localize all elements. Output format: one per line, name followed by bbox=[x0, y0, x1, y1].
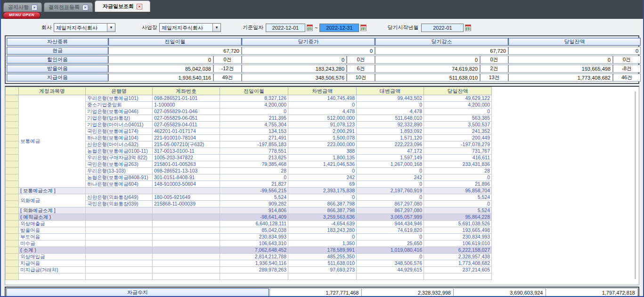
amount-cell[interactable]: 0 bbox=[357, 234, 424, 240]
tab-자금일보조회[interactable]: 자금일보조회× bbox=[95, 0, 150, 12]
account-number-cell[interactable]: 027-055829-06-051 bbox=[153, 115, 220, 122]
bank-name-cell[interactable]: 우리은행(13-103) bbox=[86, 168, 153, 174]
row-selector-cell[interactable] bbox=[6, 207, 19, 214]
tab-close-icon[interactable]: × bbox=[137, 4, 142, 9]
amount-cell[interactable]: 230,834,993 bbox=[424, 234, 492, 240]
account-label-cell[interactable]: 외상매출금 bbox=[19, 221, 86, 227]
amount-cell[interactable]: 193,665,498 bbox=[424, 227, 492, 234]
amount-cell[interactable]: 0 bbox=[357, 181, 424, 188]
amount-cell[interactable]: 731,767 bbox=[424, 148, 492, 155]
amount-cell[interactable]: 485,255,350 bbox=[288, 254, 357, 260]
amount-cell[interactable]: 1,500,078 bbox=[288, 135, 357, 141]
amount-cell[interactable]: 866,387,798 bbox=[288, 207, 357, 214]
date-from-input[interactable] bbox=[266, 24, 305, 32]
bank-name-cell[interactable] bbox=[86, 188, 153, 194]
amount-cell[interactable]: -197,078,279 bbox=[424, 141, 492, 148]
amount-cell[interactable]: 74,619,820 bbox=[357, 227, 424, 234]
bank-name-cell[interactable] bbox=[86, 260, 153, 267]
account-number-cell[interactable]: 221-910010-78104 bbox=[153, 135, 220, 141]
amount-cell[interactable]: 5,524 bbox=[424, 194, 492, 201]
tab-공지사항[interactable]: 공지사항× bbox=[3, 2, 42, 12]
bank-name-cell[interactable]: 하나은행(보통예금604) bbox=[86, 181, 153, 188]
amount-cell[interactable]: 200,449 bbox=[424, 135, 492, 141]
bank-name-cell[interactable]: 중소기업중앙회 bbox=[86, 102, 153, 108]
amount-cell[interactable]: 6,640,128,111 bbox=[220, 221, 288, 227]
amount-cell[interactable]: 867,297,080 bbox=[357, 207, 424, 214]
amount-cell[interactable]: 4,478 bbox=[357, 108, 424, 115]
vertical-scrollbar[interactable] bbox=[635, 91, 636, 279]
row-selector-cell[interactable] bbox=[6, 260, 19, 267]
row-selector-cell[interactable] bbox=[6, 214, 19, 221]
row-selector-cell[interactable] bbox=[6, 108, 19, 115]
account-number-cell[interactable]: 027-055829-04-011 bbox=[153, 122, 220, 128]
bank-name-cell[interactable]: 농협은행(보통예금0100-11) bbox=[86, 148, 153, 155]
account-number-cell[interactable]: 215868-11-000039 bbox=[153, 201, 220, 207]
account-label-cell[interactable]: 미수금 bbox=[19, 240, 86, 247]
row-selector-cell[interactable] bbox=[6, 174, 19, 181]
account-number-cell[interactable]: 098-286521-13-103 bbox=[153, 168, 220, 174]
amount-cell[interactable]: 4,200,000 bbox=[424, 102, 492, 108]
amount-cell[interactable]: 348,506,576 bbox=[357, 260, 424, 267]
row-selector-cell[interactable] bbox=[6, 135, 19, 141]
site-combo[interactable]: 제일저지주식회사 ▼ bbox=[159, 23, 221, 32]
amount-cell[interactable]: 1,800,135 bbox=[288, 155, 357, 161]
amount-cell[interactable]: 92,332,890 bbox=[357, 122, 424, 128]
amount-cell[interactable]: 2,328,957,438 bbox=[424, 254, 492, 260]
period-start-input[interactable] bbox=[421, 24, 464, 32]
account-number-cell[interactable]: 180-005-921649 bbox=[153, 194, 220, 201]
account-number-cell[interactable]: 317-0013-0100-11 bbox=[153, 148, 220, 155]
amount-cell[interactable]: 28 bbox=[424, 168, 492, 174]
row-selector-cell[interactable] bbox=[6, 168, 19, 174]
bank-name-cell[interactable]: 기업은행(마이너스04011) bbox=[86, 122, 153, 128]
bank-name-cell[interactable] bbox=[86, 254, 153, 260]
row-selector-cell[interactable] bbox=[6, 148, 19, 155]
amount-cell[interactable]: 4,755,304 bbox=[220, 122, 288, 128]
tab-close-icon[interactable]: × bbox=[82, 5, 88, 10]
amount-cell[interactable]: 2,000,291 bbox=[288, 128, 357, 135]
bank-name-cell[interactable]: 우리은행(보통예금101) bbox=[86, 95, 153, 102]
amount-cell[interactable]: 512,000,000 bbox=[288, 115, 357, 122]
amount-cell[interactable]: 69 bbox=[288, 181, 357, 188]
amount-cell[interactable]: 1,597,149 bbox=[357, 155, 424, 161]
amount-cell[interactable]: 866,387,798 bbox=[288, 201, 357, 207]
row-selector-cell[interactable] bbox=[6, 95, 19, 102]
amount-cell[interactable]: 2,393,175,838 bbox=[288, 188, 357, 194]
amount-cell[interactable]: 106,643,310 bbox=[220, 240, 288, 247]
account-number-cell[interactable]: 098-286521-01-101 bbox=[153, 95, 220, 102]
bank-name-cell[interactable]: 기업은행(보통예금046) bbox=[86, 108, 153, 115]
amount-cell[interactable]: 106,619,010 bbox=[424, 240, 492, 247]
tab-close-icon[interactable]: × bbox=[32, 5, 37, 10]
calendar-icon[interactable] bbox=[307, 25, 313, 31]
account-number-cell[interactable]: 027-055829-01-046 bbox=[153, 108, 220, 115]
account-number-cell[interactable] bbox=[153, 207, 220, 214]
row-selector-cell[interactable] bbox=[6, 194, 19, 201]
amount-cell[interactable]: -99,556,215 bbox=[220, 188, 288, 194]
menu-open-button[interactable]: MENU OPEN bbox=[3, 12, 41, 19]
amount-cell[interactable]: 388 bbox=[288, 148, 357, 155]
company-combo[interactable]: 제일저지주식회사 ▼ bbox=[54, 23, 115, 32]
amount-cell[interactable]: 3,500,537 bbox=[424, 122, 492, 128]
account-number-cell[interactable]: 462201-01-017174 bbox=[153, 128, 220, 135]
amount-cell[interactable]: -197,855,183 bbox=[220, 141, 288, 148]
bank-name-cell[interactable] bbox=[86, 267, 153, 273]
amount-cell[interactable]: 1,421,046,536 bbox=[288, 161, 357, 168]
amount-cell[interactable]: 21,896 bbox=[424, 181, 492, 188]
row-selector-cell[interactable] bbox=[6, 181, 19, 188]
amount-cell[interactable]: 7,062,648,452 bbox=[220, 247, 288, 254]
account-number-cell[interactable] bbox=[153, 240, 220, 247]
amount-cell[interactable]: 867,297,080 bbox=[357, 201, 424, 207]
amount-cell[interactable]: -4,654,639 bbox=[288, 221, 357, 227]
amount-cell[interactable]: 25,650 bbox=[357, 240, 424, 247]
amount-cell[interactable]: 8,327,126 bbox=[220, 95, 288, 102]
amount-cell[interactable]: 95,858,704 bbox=[424, 188, 492, 194]
account-number-cell[interactable] bbox=[153, 221, 220, 227]
account-label-cell[interactable]: 미지급금(거래처) bbox=[19, 267, 86, 273]
account-number-cell[interactable]: 215-05-007210(구632) bbox=[153, 141, 220, 148]
amount-cell[interactable]: 183,243,280 bbox=[288, 227, 357, 234]
amount-cell[interactable]: 0 bbox=[357, 194, 424, 201]
row-selector-cell[interactable] bbox=[6, 247, 19, 254]
account-number-cell[interactable]: 1005-203-347822 bbox=[153, 155, 220, 161]
amount-cell[interactable]: 95,864,228 bbox=[424, 214, 492, 221]
amount-cell[interactable]: 0 bbox=[288, 194, 357, 201]
amount-cell[interactable]: 511,638,010 bbox=[288, 260, 357, 267]
